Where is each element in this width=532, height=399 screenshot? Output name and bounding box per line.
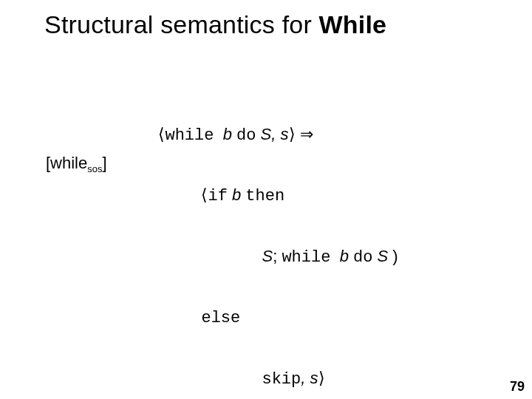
kw-do: do <box>353 248 372 267</box>
rule-line-4: else <box>183 287 398 348</box>
sp <box>214 125 222 143</box>
var-S: S <box>378 247 389 265</box>
rule-line-1: ⟨while b do S, s⟩ ⇒ <box>140 105 398 166</box>
rule-label-pre: [while <box>46 154 87 172</box>
kw-while: while <box>282 248 330 267</box>
kw-if: if <box>208 187 227 205</box>
page-number: 79 <box>510 379 525 395</box>
rule-label: [whilesos] <box>46 154 107 174</box>
paren: ) <box>388 247 398 265</box>
comma: , <box>301 369 310 387</box>
rangle: ⟩ <box>289 125 296 143</box>
var-s: s <box>310 369 318 387</box>
rule-line-5: skip, s⟩ <box>244 349 398 399</box>
rule-line-2: ⟨if b then <box>183 166 398 226</box>
comma: , <box>271 125 280 143</box>
var-b: b <box>232 185 241 204</box>
arrow: ⇒ <box>296 125 313 143</box>
title-emph: While <box>319 10 387 38</box>
var-s: s <box>281 125 289 143</box>
rule-label-sub: sos <box>87 163 102 174</box>
slide-title: Structural semantics for While <box>44 10 386 39</box>
kw-while: while <box>165 126 214 145</box>
var-b: b <box>223 125 232 143</box>
rule-line-3: S; while b do S ) <box>244 227 398 287</box>
rule-label-post: ] <box>102 154 106 172</box>
kw-skip: skip <box>262 370 301 389</box>
kw-else: else <box>201 309 240 327</box>
sp <box>330 247 339 265</box>
var-S: S <box>261 125 272 143</box>
title-prefix: Structural semantics for <box>44 10 319 38</box>
var-S: S <box>262 247 273 265</box>
kw-do: do <box>236 126 256 145</box>
semicolon: ; <box>273 247 282 265</box>
var-b: b <box>340 247 349 265</box>
rule-body: ⟨while b do S, s⟩ ⇒ ⟨if b then S; while … <box>140 105 398 399</box>
kw-then: then <box>245 187 284 205</box>
rangle: ⟩ <box>318 369 325 387</box>
